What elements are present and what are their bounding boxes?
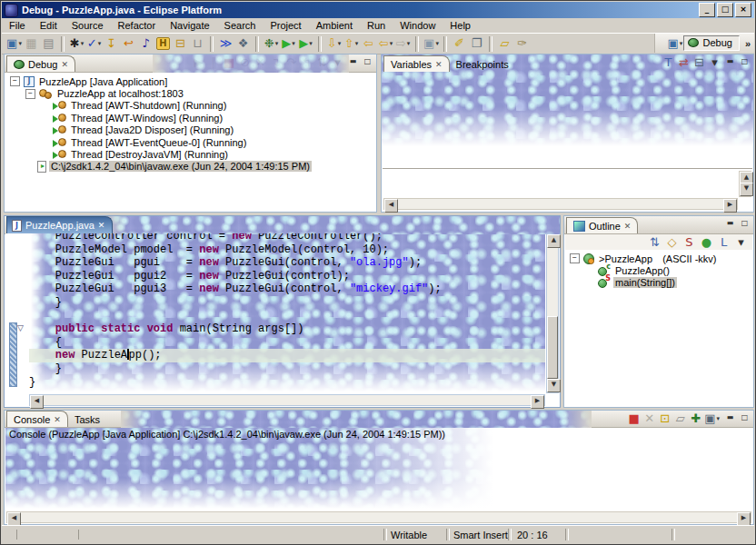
show-logical-structure-icon[interactable]: ⇄ — [677, 55, 691, 70]
close-icon[interactable]: ✕ — [54, 415, 61, 424]
display-console-icon[interactable]: ▣▾ — [704, 411, 720, 426]
open-resource-icon[interactable]: ▱ — [497, 35, 512, 52]
code-line[interactable]: PuzzleGui pgui3 = new PuzzleGui(control,… — [29, 282, 545, 296]
tree-item[interactable]: main(String[]) — [565, 277, 752, 289]
editor-content[interactable]: ▽ PuzzleController control = new PuzzleC… — [5, 233, 545, 393]
variables-horizontal-scrollbar[interactable]: ◀ ▶ — [383, 198, 738, 210]
menu-edit[interactable]: Edit — [33, 19, 65, 32]
html-tool-icon[interactable]: H — [155, 35, 171, 52]
code-line[interactable]: PuzzleModel pmodel = new PuzzleModel(con… — [29, 243, 545, 257]
tab-variables[interactable]: Variables✕ — [383, 55, 450, 72]
step-over-icon[interactable]: ↷ — [284, 55, 298, 70]
remove-terminated-icon[interactable]: ✕ — [254, 55, 267, 70]
copy-view-icon[interactable]: ❐ — [469, 35, 484, 52]
menu-run[interactable]: Run — [360, 19, 393, 32]
editor-vertical-scrollbar[interactable]: ▲ ▼ — [546, 233, 559, 393]
fold-collapse-icon[interactable]: ▽ — [17, 324, 24, 332]
editor-horizontal-scrollbar[interactable]: ◀ ▶ — [29, 394, 545, 406]
thread-filter-icon[interactable]: ⇅ — [315, 55, 329, 70]
minimize-view-icon[interactable]: ▬ — [347, 57, 359, 67]
remove-launches-icon[interactable]: ✕ — [642, 411, 656, 426]
hide-non-public-icon[interactable]: ● — [699, 234, 714, 251]
show-type-names-icon[interactable]: T — [662, 55, 675, 70]
suspend-icon[interactable]: ∥ — [207, 55, 221, 70]
tab-console[interactable]: Console✕ — [6, 411, 68, 427]
code-line[interactable]: } — [29, 362, 545, 376]
print-icon[interactable]: ▤ — [41, 35, 56, 52]
view-menu-icon[interactable]: ▾ — [733, 234, 749, 251]
go-to-marker-icon[interactable]: ▣▾ — [423, 35, 439, 52]
minimize-view-icon[interactable]: ▬ — [724, 413, 736, 423]
console-horizontal-scrollbar[interactable]: ◀ ▶ — [6, 511, 751, 523]
maximize-view-icon[interactable]: □ — [739, 413, 751, 423]
tray-icon[interactable]: ⊔ — [190, 35, 205, 52]
hide-local-types-icon[interactable]: L — [716, 234, 731, 251]
tree-item[interactable]: Thread [AWT-Windows] (Running) — [5, 112, 375, 124]
view-menu-icon[interactable]: ▾ — [331, 55, 344, 70]
tree-item[interactable]: PuzzleApp() — [565, 264, 752, 276]
editor-annotation-ruler[interactable]: ▽ — [5, 233, 29, 393]
new-wizard-icon[interactable]: ▣▾ — [6, 35, 22, 52]
menu-source[interactable]: Source — [65, 19, 111, 32]
code-line[interactable]: } — [29, 296, 545, 310]
tree-item[interactable]: −>PuzzleApp (ASCII -kkv) — [565, 253, 752, 264]
tree-item[interactable]: Thread [AWT-EventQueue-0] (Running) — [5, 136, 375, 148]
menu-help[interactable]: Help — [443, 19, 478, 32]
code-lines[interactable]: PuzzleController control = new PuzzleCon… — [29, 233, 545, 389]
hide-static-icon[interactable]: S — [681, 234, 697, 251]
collapse-all-icon[interactable]: ⊟ — [692, 55, 706, 70]
tab-outline[interactable]: Outline ✕ — [566, 217, 638, 233]
close-icon[interactable]: ✕ — [435, 60, 443, 69]
minimize-button[interactable]: _ — [699, 3, 715, 17]
undo-checkout-icon[interactable]: ↩ — [121, 35, 136, 52]
close-icon[interactable]: ✕ — [61, 60, 68, 69]
database-icon[interactable]: ⊟ — [173, 35, 188, 52]
terminate-icon[interactable]: ■ — [223, 55, 236, 70]
close-button[interactable]: × — [735, 3, 751, 17]
terminate-icon[interactable]: ■ — [627, 411, 641, 426]
disconnect-icon[interactable]: ⊘ — [238, 55, 252, 70]
code-line[interactable]: } — [29, 376, 545, 390]
tree-item[interactable]: −PuzzleApp at localhost:1803 — [5, 87, 375, 99]
tree-item[interactable]: Thread [DestroyJavaVM] (Running) — [5, 148, 375, 160]
run-external-tool-icon[interactable]: ✱▾ — [69, 35, 85, 52]
next-annotation-icon[interactable]: ⇩▾ — [326, 35, 342, 52]
code-line[interactable] — [29, 310, 545, 323]
variables-vertical-scrollbar[interactable]: ▲ ▼ — [739, 171, 751, 197]
previous-annotation-icon[interactable]: ⇧▾ — [343, 35, 359, 52]
menu-search[interactable]: Search — [217, 19, 264, 32]
perspective-debug-button[interactable]: Debug — [683, 35, 739, 51]
menu-window[interactable]: Window — [393, 19, 443, 32]
menu-ambient[interactable]: Ambient — [309, 19, 360, 32]
close-icon[interactable]: ✕ — [624, 222, 632, 231]
maximize-button[interactable]: □ — [717, 3, 733, 17]
console-content[interactable]: Console (PuzzleApp [Java Application] C:… — [5, 428, 752, 510]
scroll-lock-icon[interactable]: ⊡ — [658, 411, 671, 426]
back-icon[interactable]: ⇦▾ — [378, 35, 393, 52]
tree-item[interactable]: Thread [AWT-Shutdown] (Running) — [5, 100, 375, 112]
menu-file[interactable]: File — [2, 19, 33, 32]
save-icon[interactable]: ▦ — [24, 35, 39, 52]
tree-item[interactable]: −PuzzleApp [Java Application] — [5, 75, 375, 87]
title-bar[interactable]: Debug - PuzzleApp.java - Eclipse Platfor… — [2, 2, 754, 18]
run-launch-icon[interactable]: ▶▾ — [281, 35, 296, 52]
media-note-icon[interactable]: ♪ — [138, 35, 154, 52]
last-edit-location-icon[interactable]: ⇦ — [361, 35, 376, 52]
resume-icon[interactable]: ▶ — [192, 55, 205, 70]
menu-refactor[interactable]: Refactor — [111, 19, 164, 32]
clear-console-icon[interactable]: ▱ — [673, 411, 687, 426]
tree-item[interactable]: C:\j2sdk1.4.2_04\bin\javaw.exe (Jun 24, … — [5, 161, 375, 173]
tab-debug[interactable]: Debug ✕ — [6, 55, 75, 72]
step-return-icon[interactable]: ↰ — [300, 55, 313, 70]
package-gear-icon[interactable]: ❖ — [235, 35, 251, 52]
deploy-icon[interactable]: ↧ — [104, 35, 119, 52]
perspective-overflow-chevron[interactable]: » — [745, 38, 751, 49]
minimize-view-icon[interactable]: ▬ — [724, 57, 736, 67]
minimize-view-icon[interactable]: ▬ — [724, 219, 736, 229]
code-line-current[interactable]: new PuzzleApp(); — [29, 349, 545, 362]
tab-tasks[interactable]: Tasks — [68, 411, 106, 427]
open-perspective-icon[interactable]: ▣▾ — [667, 35, 682, 52]
code-line[interactable]: public static void main(String args[]) — [29, 322, 545, 336]
highlight-icon[interactable]: ✐ — [452, 35, 467, 52]
hide-fields-icon[interactable]: ◇ — [664, 234, 680, 251]
